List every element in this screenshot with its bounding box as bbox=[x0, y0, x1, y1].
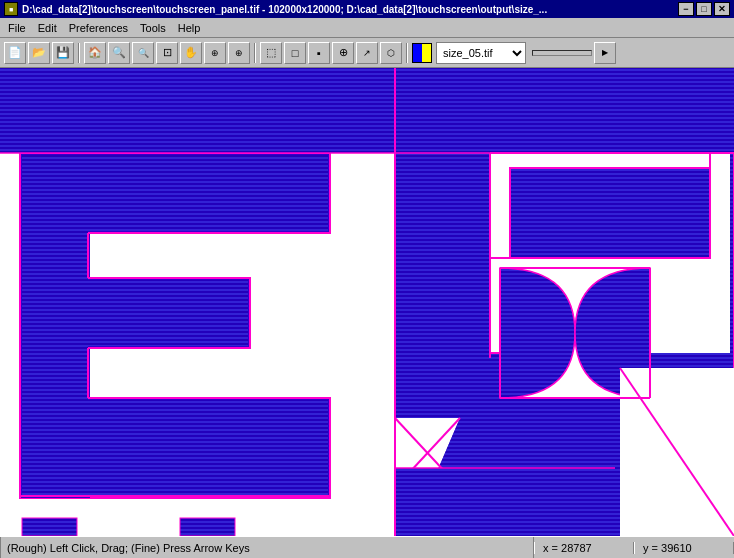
new-button[interactable]: 📄 bbox=[4, 42, 26, 64]
svg-rect-16 bbox=[22, 518, 77, 536]
open-button[interactable]: 📂 bbox=[28, 42, 50, 64]
menu-help[interactable]: Help bbox=[172, 18, 207, 37]
status-bar: (Rough) Left Click, Drag; (Fine) Press A… bbox=[0, 536, 734, 558]
menu-file[interactable]: File bbox=[2, 18, 32, 37]
zoom-slider[interactable] bbox=[532, 50, 592, 56]
separator-3 bbox=[406, 43, 408, 63]
separator-1 bbox=[78, 43, 80, 63]
point-button[interactable]: ▪ bbox=[308, 42, 330, 64]
close-button[interactable]: ✕ bbox=[714, 2, 730, 16]
title-bar: ■ D:\cad_data[2]\touchscreen\touchscreen… bbox=[0, 0, 734, 18]
menu-preferences[interactable]: Preferences bbox=[63, 18, 134, 37]
file-dropdown[interactable]: size_05.tif size_04.tif size_03.tif bbox=[436, 42, 526, 64]
app-icon: ■ bbox=[4, 2, 18, 16]
select-button[interactable]: ⬚ bbox=[260, 42, 282, 64]
slider-end-button[interactable]: ▶ bbox=[594, 42, 616, 64]
status-y: y = 39610 bbox=[634, 542, 734, 554]
zoom-area-button[interactable]: ⊕ bbox=[204, 42, 226, 64]
title-bar-left: ■ D:\cad_data[2]\touchscreen\touchscreen… bbox=[4, 2, 547, 16]
color-indicator bbox=[412, 43, 432, 63]
save-button[interactable]: 💾 bbox=[52, 42, 74, 64]
tool5-button[interactable]: ↗ bbox=[356, 42, 378, 64]
menu-tools[interactable]: Tools bbox=[134, 18, 172, 37]
menu-edit[interactable]: Edit bbox=[32, 18, 63, 37]
svg-rect-41 bbox=[0, 68, 734, 153]
menu-bar: File Edit Preferences Tools Help bbox=[0, 18, 734, 38]
status-hint: (Rough) Left Click, Drag; (Fine) Press A… bbox=[0, 537, 534, 558]
rect-select-button[interactable]: □ bbox=[284, 42, 306, 64]
zoom-out-button[interactable]: 🔍 bbox=[132, 42, 154, 64]
zoom-fit-button[interactable]: ⊡ bbox=[156, 42, 178, 64]
home-button[interactable]: 🏠 bbox=[84, 42, 106, 64]
title-text: D:\cad_data[2]\touchscreen\touchscreen_p… bbox=[22, 4, 547, 15]
image-view bbox=[0, 68, 734, 536]
minimize-button[interactable]: − bbox=[678, 2, 694, 16]
crosshair-button[interactable]: ⊕ bbox=[332, 42, 354, 64]
separator-2 bbox=[254, 43, 256, 63]
title-bar-controls: − □ ✕ bbox=[678, 2, 730, 16]
pan-button[interactable]: ✋ bbox=[180, 42, 202, 64]
zoom-area2-button[interactable]: ⊕ bbox=[228, 42, 250, 64]
svg-rect-20 bbox=[510, 168, 710, 258]
toolbar: 📄 📂 💾 🏠 🔍 🔍 ⊡ ✋ ⊕ ⊕ ⬚ □ ▪ ⊕ ↗ ⬡ size_05.… bbox=[0, 38, 734, 68]
zoom-in-button[interactable]: 🔍 bbox=[108, 42, 130, 64]
tool6-button[interactable]: ⬡ bbox=[380, 42, 402, 64]
svg-rect-15 bbox=[22, 155, 88, 496]
canvas-area[interactable] bbox=[0, 68, 734, 536]
status-x: x = 28787 bbox=[534, 542, 634, 554]
maximize-button[interactable]: □ bbox=[696, 2, 712, 16]
svg-rect-28 bbox=[395, 468, 615, 536]
svg-rect-17 bbox=[180, 518, 235, 536]
